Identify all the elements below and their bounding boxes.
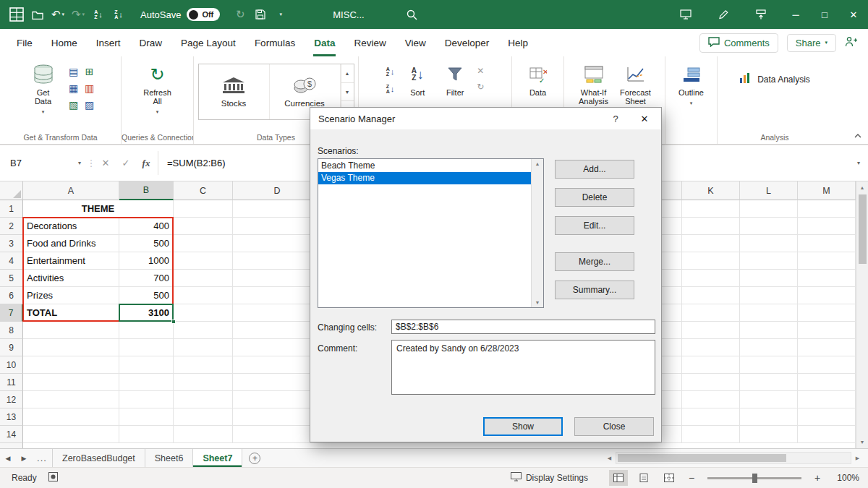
sync-icon[interactable]: ↻ <box>230 4 250 25</box>
row-header-6[interactable]: 6 <box>0 287 23 304</box>
cell-D10[interactable] <box>233 356 322 374</box>
scenario-list[interactable]: Beach ThemeVegas Theme ▲ ▼ <box>318 158 544 308</box>
column-header-c[interactable]: C <box>174 181 233 200</box>
sheet-tab-sheet6[interactable]: Sheet6 <box>145 449 194 467</box>
cell-L4[interactable] <box>740 252 798 270</box>
cell-B9[interactable] <box>119 339 174 356</box>
cell-B13[interactable] <box>119 408 174 426</box>
cell-B5[interactable]: 700 <box>119 270 174 287</box>
scroll-right-icon[interactable]: ▶ <box>851 452 864 464</box>
cell-A10[interactable] <box>23 356 119 374</box>
cell-M5[interactable] <box>798 270 856 287</box>
expand-formula-bar-icon[interactable]: ▾ <box>849 145 868 181</box>
sheet-tab-sheet7[interactable]: Sheet7 <box>193 449 242 467</box>
cell-D1[interactable] <box>233 200 322 218</box>
scenario-vegas-theme[interactable]: Vegas Theme <box>318 172 531 184</box>
cell-L13[interactable] <box>740 408 798 426</box>
zoom-slider[interactable] <box>707 477 801 479</box>
cell-L11[interactable] <box>740 374 798 391</box>
cell-D2[interactable] <box>233 218 322 235</box>
row-header-3[interactable]: 3 <box>0 235 23 252</box>
horizontal-scrollbar[interactable]: ◀ ▶ <box>603 449 864 467</box>
cell-M6[interactable] <box>798 287 856 304</box>
macro-record-icon[interactable] <box>48 472 58 484</box>
ribbon-options-icon[interactable] <box>751 4 771 25</box>
sheet-tab-zerobasedbudget[interactable]: ZeroBasedBudget <box>52 449 145 467</box>
cell-D3[interactable] <box>233 235 322 252</box>
display-settings-button[interactable]: Display Settings <box>511 472 588 484</box>
row-header-12[interactable]: 12 <box>0 391 23 408</box>
vertical-scrollbar[interactable]: ▲ ▼ <box>856 181 868 448</box>
cell-D14[interactable] <box>233 426 322 443</box>
gallery-up-icon[interactable]: ▲ <box>341 64 354 83</box>
cell-M12[interactable] <box>798 391 856 408</box>
tab-formulas[interactable]: Formulas <box>245 29 305 56</box>
minimize-button[interactable]: ─ <box>781 0 810 29</box>
tab-developer[interactable]: Developer <box>435 29 499 56</box>
cell-D12[interactable] <box>233 391 322 408</box>
cell-C4[interactable] <box>174 252 233 270</box>
row-header-9[interactable]: 9 <box>0 339 23 356</box>
list-scroll-up-icon[interactable]: ▲ <box>535 161 540 166</box>
dialog-help-button[interactable]: ? <box>603 114 628 124</box>
cell-K7[interactable] <box>682 304 740 322</box>
cell-D11[interactable] <box>233 374 322 391</box>
column-header-l[interactable]: L <box>740 181 798 200</box>
maximize-button[interactable]: □ <box>810 0 839 29</box>
cell-B14[interactable] <box>119 426 174 443</box>
row-header-2[interactable]: 2 <box>0 218 23 235</box>
presenter-display-icon[interactable] <box>676 4 696 25</box>
column-header-a[interactable]: A <box>23 181 119 200</box>
zoom-out-button[interactable]: − <box>685 472 698 484</box>
cell-K11[interactable] <box>682 374 740 391</box>
tab-file[interactable]: File <box>7 29 42 56</box>
cell-K8[interactable] <box>682 322 740 339</box>
row-header-13[interactable]: 13 <box>0 408 23 426</box>
row-header-4[interactable]: 4 <box>0 252 23 270</box>
cell-L10[interactable] <box>740 356 798 374</box>
cell-B8[interactable] <box>119 322 174 339</box>
redo-button[interactable]: ↷▾ <box>68 4 88 25</box>
list-scroll-down-icon[interactable]: ▼ <box>535 300 540 305</box>
column-header-d[interactable]: D <box>233 181 322 200</box>
filter-button[interactable]: Filter <box>436 61 474 97</box>
from-web-icon[interactable]: ⊞ <box>82 64 97 79</box>
data-analysis-button[interactable]: Data Analysis <box>733 69 816 89</box>
sheet-nav-right-icon[interactable]: ▶ <box>16 449 32 467</box>
cell-D7[interactable] <box>233 304 322 322</box>
cell-K9[interactable] <box>682 339 740 356</box>
cell-A4[interactable]: Entertainment <box>23 252 119 270</box>
open-icon[interactable] <box>27 4 48 25</box>
row-header-1[interactable]: 1 <box>0 200 23 218</box>
cell-C9[interactable] <box>174 339 233 356</box>
name-box[interactable]: B7 ▾ <box>0 145 87 181</box>
row-header-8[interactable]: 8 <box>0 322 23 339</box>
cell-B11[interactable] <box>119 374 174 391</box>
normal-view-button[interactable] <box>609 470 628 486</box>
cell-L5[interactable] <box>740 270 798 287</box>
excel-app-icon[interactable] <box>6 4 27 25</box>
clear-filter-icon[interactable]: ✕ <box>477 67 484 75</box>
cell-L1[interactable] <box>740 200 798 218</box>
column-header-k[interactable]: K <box>682 181 740 200</box>
cell-C1[interactable] <box>174 200 233 218</box>
merge-button[interactable]: Merge... <box>555 252 634 271</box>
cell-L3[interactable] <box>740 235 798 252</box>
cell-A11[interactable] <box>23 374 119 391</box>
cell-M13[interactable] <box>798 408 856 426</box>
cell-D6[interactable] <box>233 287 322 304</box>
get-data-button[interactable]: Get Data ▾ <box>25 61 62 116</box>
search-icon[interactable] <box>402 4 422 25</box>
cell-M9[interactable] <box>798 339 856 356</box>
cell-C8[interactable] <box>174 322 233 339</box>
gallery-down-icon[interactable]: ▼ <box>341 83 354 102</box>
cell-C7[interactable] <box>174 304 233 322</box>
comment-box[interactable]: Created by Sandy on 6/28/2023 <box>391 340 655 395</box>
show-button[interactable]: Show <box>483 417 563 436</box>
cell-C14[interactable] <box>174 426 233 443</box>
edit-button[interactable]: Edit... <box>555 216 634 235</box>
stocks-button[interactable]: Stocks <box>199 64 270 119</box>
row-header-14[interactable]: 14 <box>0 426 23 443</box>
cell-A7[interactable]: TOTAL <box>23 304 119 322</box>
zoom-slider-handle[interactable] <box>752 474 757 483</box>
